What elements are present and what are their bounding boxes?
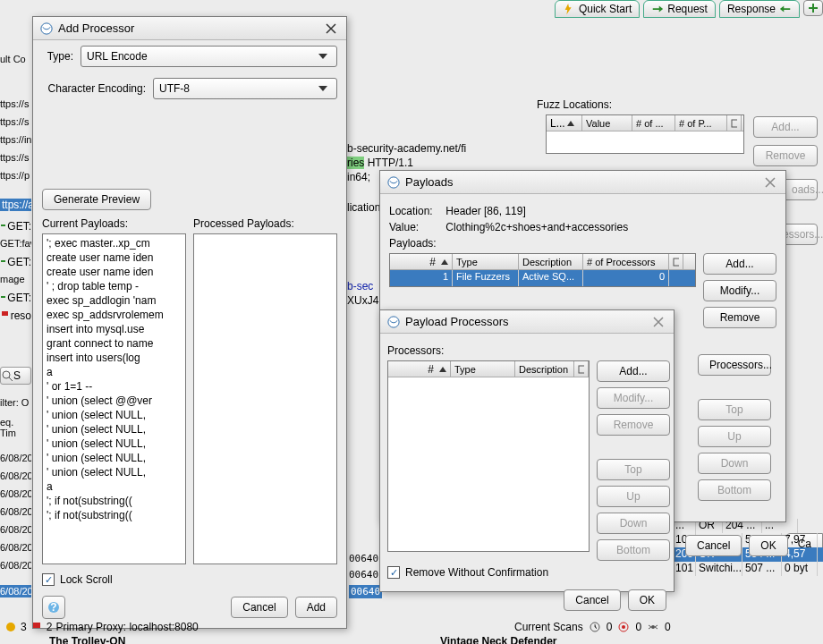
add-button[interactable]: Add [295, 597, 337, 618]
date-row[interactable]: 6/08/20 [0, 585, 31, 597]
left-url[interactable]: ttps://s [0, 116, 31, 127]
left-row[interactable]: GET: [0, 256, 31, 268]
app-icon [387, 316, 400, 328]
tab-request[interactable]: Request [643, 0, 716, 18]
col-menu[interactable] [574, 361, 589, 377]
col-menu[interactable] [727, 115, 742, 131]
left-url[interactable]: ttps://p [0, 170, 31, 181]
help-icon: ? [47, 601, 60, 614]
sort-asc-icon [439, 366, 446, 373]
location-value: Header [86, 119] [445, 205, 525, 217]
combo-value: URL Encode [87, 50, 148, 63]
payloads-ok-button[interactable]: OK [749, 535, 787, 556]
payloads-add-button[interactable]: Add... [703, 253, 776, 275]
dialog-title: Payload Processors [405, 315, 645, 328]
top-button[interactable]: Top [698, 399, 771, 420]
processors-button[interactable]: Processors... [698, 354, 771, 376]
left-url[interactable]: ttps://inc [0, 134, 31, 145]
date-row[interactable]: 6/08/20 [0, 524, 31, 535]
remove-without-confirmation-label: Remove Without Confirmation [405, 566, 548, 579]
generate-preview-button[interactable]: Generate Preview [42, 189, 151, 210]
pproc-remove-button[interactable]: Remove [597, 414, 670, 436]
left-row[interactable]: GET: [0, 220, 31, 233]
sort-asc-icon [567, 120, 574, 127]
arrow-left-icon [779, 3, 792, 15]
pproc-modify-button[interactable]: Modify... [597, 387, 670, 409]
pproc-cancel-button[interactable]: Cancel [564, 589, 620, 611]
remove-without-confirmation-checkbox[interactable] [387, 566, 400, 579]
payloads-modify-button[interactable]: Modify... [703, 280, 776, 301]
col-location[interactable]: L... [547, 115, 582, 131]
col-nproc[interactable]: # of Processors [583, 254, 669, 269]
search-left[interactable]: S [0, 367, 31, 385]
col-type[interactable]: Type [453, 254, 519, 269]
fuzz-locations-table[interactable]: L... Value # of ... # of P... [546, 114, 744, 154]
pproc-bottom-button[interactable]: Bottom [597, 539, 670, 561]
add-processor-dialog: Add Processor Type: URL Encode Character… [32, 16, 347, 629]
lock-scroll-checkbox[interactable] [42, 573, 55, 586]
payloads-table[interactable]: # Type Description # of Processors 1 Fil… [389, 253, 696, 287]
date-row[interactable]: 6/08/20 [0, 453, 31, 463]
svg-point-1 [3, 371, 10, 378]
close-button[interactable] [762, 174, 778, 191]
left-row[interactable]: GET: [0, 292, 31, 304]
pproc-ok-button[interactable]: OK [628, 589, 666, 611]
cancel-button[interactable]: Cancel [231, 597, 287, 618]
col-nof[interactable]: # of ... [632, 115, 675, 131]
left-frag: ult Co [0, 54, 31, 64]
add-tab-button[interactable] [803, 0, 823, 16]
filter-label: ilter: O [0, 397, 29, 408]
pproc-down-button[interactable]: Down [597, 513, 670, 534]
table-row[interactable]: 101Switchi...507 ...0 byt [673, 562, 823, 576]
col-nofp[interactable]: # of P... [675, 115, 727, 131]
bottom-button[interactable]: Bottom [698, 479, 771, 501]
current-payloads-list[interactable]: '; exec master..xp_cmcreate user name id… [42, 233, 186, 564]
fuzz-add-button[interactable]: Add... [753, 116, 818, 138]
pproc-up-button[interactable]: Up [597, 486, 670, 507]
date-row[interactable]: 6/08/20 [0, 506, 31, 517]
left-row[interactable]: GET:fav [0, 238, 31, 249]
help-button[interactable]: ? [42, 596, 65, 619]
type-combo[interactable]: URL Encode [81, 46, 337, 67]
col-type[interactable]: Type [451, 361, 515, 377]
processed-payloads-list[interactable] [193, 233, 337, 564]
tab-response[interactable]: Response [719, 0, 800, 18]
left-row[interactable]: mage [0, 274, 31, 284]
col-desc[interactable]: Description [515, 361, 574, 377]
close-button[interactable] [650, 314, 666, 330]
col-menu[interactable] [669, 254, 683, 269]
tab-quick-start[interactable]: Quick Start [555, 0, 640, 18]
left-row[interactable]: reso [0, 309, 31, 322]
eq-label: eq. Tim [0, 417, 31, 438]
left-url[interactable]: ttps://s [0, 152, 31, 163]
app-icon [40, 22, 53, 35]
close-button[interactable] [323, 21, 339, 37]
col-num[interactable]: # [388, 361, 451, 377]
left-url[interactable]: ttps://a [0, 199, 31, 211]
stat-id: 00640 [349, 569, 378, 580]
down-button[interactable]: Down [698, 453, 771, 474]
dialog-title: Add Processor [58, 21, 318, 35]
lock-scroll-label: Lock Scroll [60, 573, 113, 586]
type-label: Type: [42, 50, 73, 63]
left-url[interactable]: ttps://s [0, 98, 31, 109]
payloads-remove-button[interactable]: Remove [703, 307, 776, 328]
fuzz-remove-button[interactable]: Remove [753, 145, 818, 166]
spider-icon [647, 621, 659, 633]
payloads-cancel-button[interactable]: Cancel [685, 535, 742, 556]
col-num[interactable]: # [390, 254, 453, 269]
table-row[interactable]: 1 File Fuzzers Active SQ... 0 [390, 270, 695, 286]
encoding-combo[interactable]: UTF-8 [153, 78, 337, 99]
col-value[interactable]: Value [582, 115, 632, 131]
date-row[interactable]: 6/08/20 [0, 488, 31, 499]
fuzz-locations-label: Fuzz Locations: [537, 98, 612, 111]
date-row[interactable]: 6/08/20 [0, 470, 31, 481]
pproc-top-button[interactable]: Top [597, 459, 670, 480]
col-desc[interactable]: Description [519, 254, 583, 269]
pproc-add-button[interactable]: Add... [597, 360, 670, 382]
date-row[interactable]: 6/08/20 [0, 542, 31, 553]
up-button[interactable]: Up [698, 426, 771, 447]
flag-icon [30, 621, 43, 633]
date-row[interactable]: 6/08/20 [0, 560, 31, 571]
processors-table[interactable]: # Type Description [387, 360, 590, 552]
